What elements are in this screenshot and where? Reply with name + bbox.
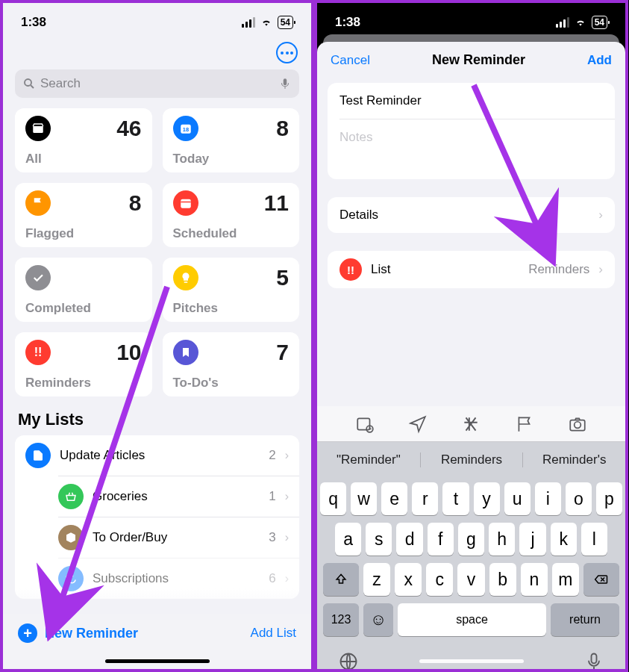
list-item[interactable]: Groceries 1 ›: [58, 476, 299, 517]
text-suggestions: "Reminder" Reminders Reminder's: [317, 442, 625, 478]
home-indicator[interactable]: [105, 659, 210, 663]
key-v[interactable]: v: [457, 563, 484, 596]
key-g[interactable]: g: [458, 523, 484, 556]
key-y[interactable]: y: [474, 482, 500, 515]
key-d[interactable]: d: [396, 523, 422, 556]
calendar-today-icon: 18: [173, 116, 198, 141]
suggestion[interactable]: Reminders: [420, 452, 523, 467]
add-button[interactable]: Add: [587, 53, 612, 68]
key-x[interactable]: x: [395, 563, 422, 596]
key-r[interactable]: r: [412, 482, 438, 515]
cancel-button[interactable]: Cancel: [331, 53, 370, 68]
dictation-icon[interactable]: [278, 77, 292, 90]
new-reminder-sheet: Cancel New Reminder Add Test Reminder No…: [317, 42, 625, 669]
wifi-icon: [260, 17, 273, 28]
svg-text:18: 18: [182, 126, 188, 133]
details-row[interactable]: Details ›: [328, 197, 615, 233]
my-lists: Update Articles 2 › Groceries 1 › To Ord…: [15, 435, 299, 599]
svg-rect-11: [592, 654, 597, 664]
key-m[interactable]: m: [552, 563, 579, 596]
checkmark-icon: [25, 265, 51, 290]
list-item[interactable]: To Order/Buy 3 ›: [58, 517, 299, 558]
category-flagged[interactable]: 8 Flagged: [15, 183, 152, 247]
key-n[interactable]: n: [521, 563, 548, 596]
chevron-right-icon: ›: [598, 208, 603, 223]
suggestion[interactable]: Reminder's: [522, 452, 625, 467]
add-list-button[interactable]: Add List: [251, 626, 296, 641]
bookmark-icon: [173, 340, 198, 365]
keyboard-row-2: a s d f g h j k l: [320, 523, 622, 556]
box-icon: [58, 525, 84, 550]
tag-icon[interactable]: [461, 414, 481, 434]
calendar-clock-icon[interactable]: [355, 414, 375, 434]
space-key[interactable]: space: [398, 603, 546, 636]
emoji-key[interactable]: ☺: [363, 603, 393, 636]
repeat-icon: [58, 566, 84, 591]
lightbulb-icon: [173, 265, 198, 290]
priority-icon: !!: [25, 340, 51, 365]
reminder-title-input[interactable]: Test Reminder: [328, 83, 615, 119]
backspace-key[interactable]: [583, 563, 619, 596]
category-todos[interactable]: 7 To-Do's: [163, 332, 300, 396]
flag-icon[interactable]: [515, 414, 534, 434]
svg-point-0: [25, 79, 31, 86]
priority-icon: !!: [339, 258, 362, 281]
key-k[interactable]: k: [551, 523, 577, 556]
list-item[interactable]: Update Articles 2 ›: [15, 435, 299, 476]
search-input[interactable]: Search: [15, 69, 299, 98]
category-pitches[interactable]: 5 Pitches: [163, 258, 300, 322]
chevron-right-icon: ›: [285, 531, 289, 544]
tray-icon: [25, 116, 51, 141]
numbers-key[interactable]: 123: [323, 603, 359, 636]
key-c[interactable]: c: [426, 563, 453, 596]
key-t[interactable]: t: [442, 482, 469, 515]
key-w[interactable]: w: [351, 482, 377, 515]
key-j[interactable]: j: [519, 523, 545, 556]
category-reminders[interactable]: !!10 Reminders: [15, 332, 152, 396]
key-o[interactable]: o: [566, 482, 592, 515]
category-today[interactable]: 188 Today: [163, 108, 300, 172]
key-p[interactable]: p: [596, 482, 622, 515]
chevron-right-icon: ›: [598, 262, 603, 277]
key-q[interactable]: q: [320, 482, 346, 515]
home-indicator[interactable]: [419, 659, 524, 663]
camera-icon[interactable]: [568, 414, 587, 434]
list-item[interactable]: Subscriptions 6 ›: [58, 558, 299, 599]
calendar-icon: [173, 190, 198, 216]
key-l[interactable]: l: [581, 523, 607, 556]
key-z[interactable]: z: [363, 563, 390, 596]
key-a[interactable]: a: [335, 523, 361, 556]
svg-point-9: [575, 421, 581, 428]
search-icon: [22, 77, 36, 90]
key-u[interactable]: u: [504, 482, 531, 515]
cell-signal-icon: [242, 17, 255, 28]
reminder-notes-input[interactable]: Notes: [328, 119, 615, 179]
category-grid: 46 All 188 Today 8 Flagged 11 Scheduled …: [3, 108, 311, 396]
more-options-button[interactable]: [276, 42, 298, 63]
title-notes-block: Test Reminder Notes: [328, 83, 615, 179]
shift-key[interactable]: [323, 563, 359, 596]
dictation-icon[interactable]: [583, 651, 604, 672]
key-b[interactable]: b: [489, 563, 516, 596]
chevron-right-icon: ›: [285, 572, 289, 585]
return-key[interactable]: return: [551, 603, 619, 636]
status-time: 1:38: [335, 15, 360, 30]
key-i[interactable]: i: [535, 482, 561, 515]
svg-rect-4: [181, 199, 191, 208]
keyboard-row-3: z x c v b n m: [320, 563, 622, 596]
basket-icon: [58, 484, 84, 509]
category-all[interactable]: 46 All: [15, 108, 152, 172]
new-reminder-button[interactable]: + New Reminder: [18, 623, 138, 643]
key-s[interactable]: s: [366, 523, 392, 556]
location-icon[interactable]: [408, 414, 428, 434]
category-scheduled[interactable]: 11 Scheduled: [163, 183, 300, 247]
key-h[interactable]: h: [489, 523, 515, 556]
key-f[interactable]: f: [428, 523, 454, 556]
globe-icon[interactable]: [338, 651, 359, 672]
suggestion[interactable]: "Reminder": [317, 452, 420, 467]
wifi-icon: [574, 17, 587, 28]
new-reminder-sheet-screen: 1:38 54 Cancel New Reminder Add Test Rem…: [314, 0, 628, 672]
category-completed[interactable]: Completed: [15, 258, 152, 322]
list-select-row[interactable]: !! List Reminders ›: [328, 251, 615, 288]
key-e[interactable]: e: [381, 482, 407, 515]
